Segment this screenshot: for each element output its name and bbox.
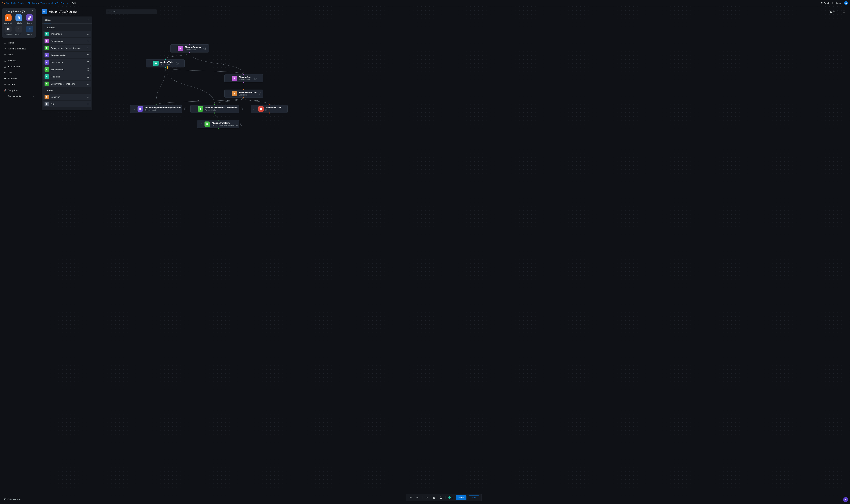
applications-toggle[interactable]: Applications (6) ⌃ [4, 10, 34, 14]
info-icon[interactable] [87, 103, 89, 105]
node-process[interactable]: ⋮⋮ AbaloneProcess Process data ⋯ [170, 44, 209, 53]
port-out[interactable] [218, 128, 219, 129]
node-more-button[interactable]: ⋯ [259, 92, 261, 95]
port-in[interactable] [269, 104, 270, 105]
node-cond[interactable]: ⋮⋮ AbaloneMSECond Condition ⋯ [225, 90, 263, 98]
info-icon[interactable] [87, 47, 89, 49]
undo-button[interactable]: ↶ [409, 496, 413, 500]
palette-step[interactable]: Train model [43, 31, 91, 37]
drag-handle-icon[interactable]: ⋮⋮ [192, 108, 196, 110]
user-avatar[interactable] [844, 1, 848, 5]
drag-handle-icon[interactable]: ⋮⋮ [199, 123, 202, 125]
port-out[interactable] [189, 52, 190, 53]
palette-step[interactable]: Condition [43, 94, 91, 100]
info-icon[interactable] [87, 68, 89, 71]
info-icon[interactable] [87, 83, 89, 85]
port-in[interactable] [165, 59, 166, 60]
node-more-button[interactable]: ⋯ [241, 123, 243, 126]
sidebar-item-jumpstart[interactable]: 🚀 JumpStart [2, 87, 36, 93]
drag-handle-icon[interactable]: ⋮⋮ [252, 108, 256, 110]
fit-screen-button[interactable] [842, 10, 846, 14]
drag-handle-icon[interactable]: ⋮⋮ [147, 62, 151, 65]
drag-handle-icon[interactable]: ⋮⋮ [226, 93, 230, 95]
port-in[interactable] [156, 104, 157, 105]
search-input[interactable] [110, 11, 155, 13]
close-palette-button[interactable]: ✕ [87, 18, 90, 22]
app-tile-0[interactable]: ◐ JupyterLab [4, 14, 13, 24]
node-transform[interactable]: ⋮⋮ AbaloneTransform Deploy model (batch … [197, 120, 239, 128]
crumb-3[interactable]: AbaloneTestPipeline [49, 2, 69, 4]
port-in[interactable] [243, 89, 244, 90]
validation-status[interactable]: ✓ 0 [448, 496, 453, 499]
pipeline-canvas[interactable]: truetruefalse ⋮⋮ AbaloneProcess Process … [38, 6, 850, 504]
port-in[interactable] [214, 104, 215, 105]
palette-step[interactable]: Deploy model (batch inference) [43, 45, 91, 51]
palette-step[interactable]: Deploy model (endpoint) [43, 80, 91, 87]
port-in[interactable] [189, 44, 190, 45]
port-out[interactable] [269, 112, 270, 113]
palette-step[interactable]: Process data [43, 38, 91, 44]
info-icon[interactable] [87, 75, 89, 78]
sidebar-item-home[interactable]: ⌂ Home [2, 40, 36, 46]
palette-step[interactable]: Fine tune [43, 73, 91, 80]
app-tile-4[interactable]: ✦ Studio Cl… [15, 26, 23, 35]
help-chat-button[interactable] [843, 497, 848, 502]
node-more-button[interactable]: ⋯ [241, 108, 243, 110]
run-button[interactable]: Run [469, 495, 479, 500]
download-button[interactable] [432, 496, 436, 500]
port-out[interactable] [156, 112, 157, 113]
app-tile-2[interactable]: ▞ Canvas [25, 14, 34, 24]
info-icon[interactable] [87, 54, 89, 56]
palette-step[interactable]: Create Model [43, 59, 91, 66]
save-button[interactable]: Save [456, 495, 466, 500]
drag-handle-icon[interactable]: ⋮⋮ [172, 48, 176, 50]
crumb-2[interactable]: View [40, 2, 45, 4]
info-icon[interactable] [87, 96, 89, 98]
palette-step[interactable]: Register model [43, 52, 91, 58]
sidebar-item-jobs[interactable]: ◇ Jobs⌄ [2, 70, 36, 75]
drag-handle-icon[interactable]: ⋮⋮ [226, 77, 230, 79]
port-out[interactable] [243, 82, 244, 83]
app-tile-1[interactable]: R RStudio [15, 14, 23, 24]
zoom-out-button[interactable]: — [824, 10, 828, 14]
actions-group-header[interactable]: ⌄ Actions [43, 25, 91, 30]
palette-step[interactable]: Fail [43, 101, 91, 107]
crumb-1[interactable]: Pipelines [28, 2, 37, 4]
logic-group-header[interactable]: ⌄ Logic [43, 88, 91, 93]
node-more-button[interactable]: ⋯ [284, 108, 286, 110]
node-more-button[interactable]: ⋯ [254, 77, 256, 80]
crumb-0[interactable]: SageMaker Studio [6, 2, 24, 4]
sidebar-item-experiments[interactable]: △ Experiments [2, 64, 36, 70]
sidebar-item-pipelines[interactable]: ⊶ Pipelines [2, 75, 36, 82]
info-icon[interactable] [87, 61, 89, 64]
node-more-button[interactable]: ⋯ [184, 108, 186, 110]
provide-feedback-link[interactable]: Provide feedback [820, 2, 841, 4]
port-out[interactable] [165, 67, 166, 68]
sidebar-item-auto-ml[interactable]: ◎ Auto ML [2, 58, 36, 64]
port-in[interactable] [243, 74, 244, 75]
settings-button[interactable] [425, 496, 429, 500]
port-out[interactable] [243, 97, 244, 98]
app-tile-5[interactable]: ↻ MLflow [25, 26, 34, 35]
node-more-button[interactable]: ⋯ [203, 47, 206, 50]
info-icon[interactable] [87, 40, 89, 42]
node-fail[interactable]: ⋮⋮ AbaloneMSEFail Fail ⋯ [251, 105, 288, 113]
tab-steps[interactable]: Steps [44, 17, 51, 23]
node-register[interactable]: ⋮⋮ AbaloneRegisterModel-RegisterModel Re… [130, 105, 182, 113]
node-eval[interactable]: ⋮⋮ AbaloneEval Process data ⋯ [225, 74, 263, 83]
search-box[interactable] [106, 10, 157, 14]
node-more-button[interactable]: ⋯ [176, 62, 179, 65]
drag-handle-icon[interactable]: ⋮⋮ [132, 108, 136, 110]
sidebar-item-deployments[interactable]: ⇪ Deployments⌄ [2, 93, 36, 99]
port-out[interactable] [214, 112, 215, 113]
app-tile-3[interactable]: <> Code Editor [4, 26, 13, 35]
node-create[interactable]: ⋮⋮ AbaloneCreateModel-CreateModel Create… [190, 105, 239, 113]
zoom-in-button[interactable]: + [837, 10, 840, 14]
sidebar-item-models[interactable]: ⊞ Models [2, 82, 36, 87]
sidebar-item-running-instances[interactable]: ⟳ Running instances [2, 46, 36, 52]
sidebar-item-data[interactable]: ▤ Data⌄ [2, 52, 36, 58]
port-in[interactable] [218, 120, 219, 121]
redo-button[interactable]: ↷ [415, 496, 420, 500]
palette-step[interactable]: Execute code [43, 66, 91, 73]
export-button[interactable] [439, 496, 443, 500]
